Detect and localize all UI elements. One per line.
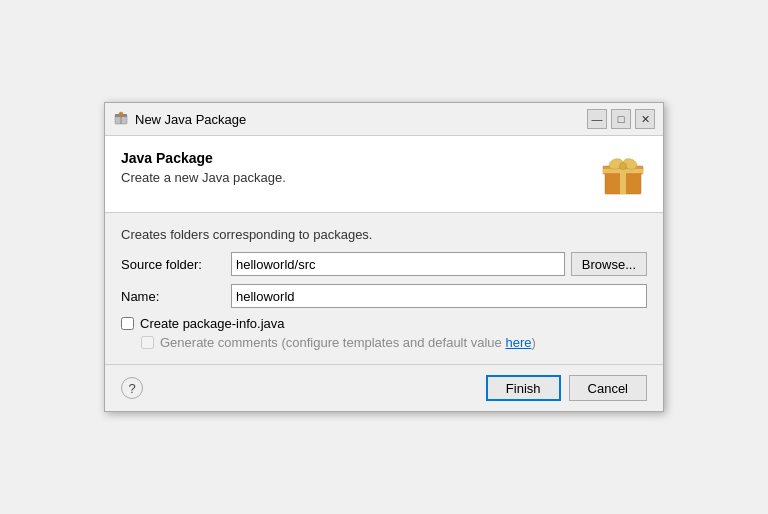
help-button[interactable]: ?	[121, 377, 143, 399]
create-package-info-label[interactable]: Create package-info.java	[140, 316, 285, 331]
title-bar: New Java Package — □ ✕	[105, 103, 663, 136]
title-bar-left: New Java Package	[113, 111, 246, 127]
footer-section: ? Finish Cancel	[105, 364, 663, 411]
source-folder-row: Source folder: Browse...	[121, 252, 647, 276]
generate-comments-row: Generate comments (configure templates a…	[141, 335, 647, 350]
footer-left: ?	[121, 377, 143, 399]
header-text: Java Package Create a new Java package.	[121, 150, 286, 185]
maximize-button[interactable]: □	[611, 109, 631, 129]
svg-point-10	[620, 163, 627, 170]
create-package-info-row: Create package-info.java	[121, 316, 647, 331]
here-link[interactable]: here	[505, 335, 531, 350]
gift-icon	[599, 150, 647, 198]
generate-comments-checkbox[interactable]	[141, 336, 154, 349]
title-bar-controls: — □ ✕	[587, 109, 655, 129]
cancel-button[interactable]: Cancel	[569, 375, 647, 401]
dialog-icon	[113, 111, 129, 127]
svg-rect-6	[620, 172, 626, 194]
header-subtitle: Create a new Java package.	[121, 170, 286, 185]
footer-right: Finish Cancel	[486, 375, 647, 401]
browse-button[interactable]: Browse...	[571, 252, 647, 276]
name-row: Name:	[121, 284, 647, 308]
create-package-info-checkbox[interactable]	[121, 317, 134, 330]
name-label: Name:	[121, 289, 231, 304]
body-section: Creates folders corresponding to package…	[105, 213, 663, 364]
dialog-title: New Java Package	[135, 112, 246, 127]
close-button[interactable]: ✕	[635, 109, 655, 129]
new-java-package-dialog: New Java Package — □ ✕ Java Package Crea…	[104, 102, 664, 412]
source-folder-input[interactable]	[231, 252, 565, 276]
finish-button[interactable]: Finish	[486, 375, 561, 401]
header-section: Java Package Create a new Java package.	[105, 136, 663, 213]
minimize-button[interactable]: —	[587, 109, 607, 129]
header-title: Java Package	[121, 150, 286, 166]
generate-comments-label: Generate comments (configure templates a…	[160, 335, 536, 350]
svg-point-3	[119, 112, 123, 116]
body-description: Creates folders corresponding to package…	[121, 227, 647, 242]
name-input[interactable]	[231, 284, 647, 308]
source-folder-label: Source folder:	[121, 257, 231, 272]
